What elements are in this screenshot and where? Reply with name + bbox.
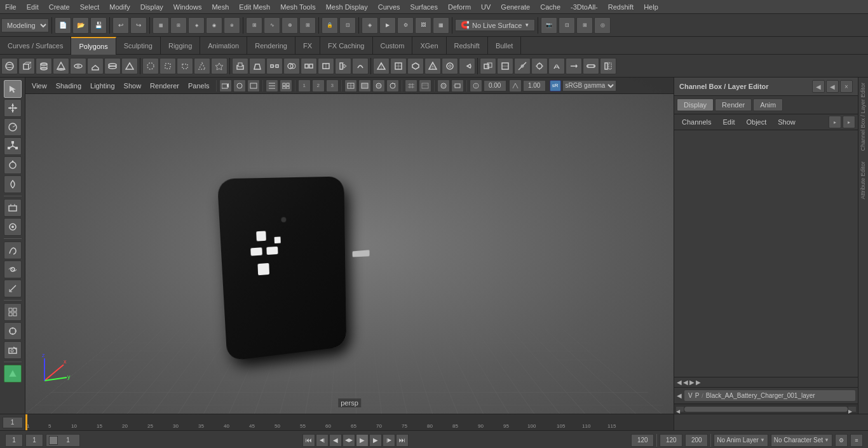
lock-btn[interactable]: 🔒 [322, 17, 338, 34]
subtab-edit[interactable]: Edit [717, 117, 740, 127]
target-weld-btn[interactable] [531, 58, 548, 74]
anim-layer-btn[interactable]: No Anim Layer ▼ [714, 434, 768, 447]
ipr-btn[interactable]: ▶ [379, 17, 396, 34]
menu-generate[interactable]: Generate [496, 2, 535, 12]
wedge-btn[interactable] [459, 58, 475, 74]
tab-anim[interactable]: Anim [753, 98, 783, 111]
frame-field3[interactable] [59, 435, 77, 446]
menu-mesh-display[interactable]: Mesh Display [321, 2, 373, 12]
nurbs-sphere-btn[interactable] [142, 58, 159, 74]
snap-settings-btn[interactable] [4, 322, 22, 340]
render-settings-btn[interactable]: ⚙ [397, 17, 414, 34]
vp-gamma-value[interactable] [523, 80, 546, 92]
triangulate-btn[interactable] [373, 58, 390, 74]
scroll-thumb[interactable] [684, 407, 848, 412]
stereo-btn[interactable]: ⊞ [576, 17, 593, 34]
menu-cache[interactable]: Cache [535, 2, 566, 12]
char-set-btn[interactable]: No Character Set ▼ [771, 434, 832, 447]
vp-lighting-menu[interactable]: Lighting [86, 81, 119, 91]
viewport-3d[interactable]: View Shading Lighting Show Renderer Pane… [25, 78, 674, 414]
channel-box-panel-tab[interactable]: Channel Box / Layer Editor [858, 78, 868, 156]
live-surface-btn[interactable]: 🧲 No Live Surface ▼ [455, 19, 535, 31]
nurbs-cylinder-btn[interactable] [177, 58, 193, 74]
snap-grid-btn[interactable]: ⊞ [246, 17, 262, 34]
layer-scroll-left-btn[interactable]: ◀ [677, 379, 682, 386]
vp-light-btn[interactable] [386, 79, 399, 92]
vp-show-menu[interactable]: Show [120, 81, 146, 91]
anim-prev-key-btn[interactable]: ◀| [316, 434, 329, 447]
cube-btn[interactable] [18, 58, 35, 74]
panel-arrow-btn[interactable]: ◀ [826, 80, 839, 93]
tab-fx-caching[interactable]: FX Caching [320, 37, 372, 55]
select-all-btn[interactable]: ⊡ [339, 17, 356, 34]
symmetry-btn[interactable] [600, 58, 616, 74]
anim-start-btn[interactable]: ⏮ [302, 434, 315, 447]
vp-camera-btn[interactable] [219, 79, 232, 92]
slide-edge-btn[interactable] [566, 58, 582, 74]
tab-animation[interactable]: Animation [200, 37, 247, 55]
scroll-left-arrow[interactable]: ◀ [675, 406, 684, 412]
sphere-btn[interactable] [1, 58, 18, 74]
render-seq-btn[interactable]: ▦ [433, 17, 449, 34]
vp-colorspace-select[interactable]: sRGB gamma [562, 80, 616, 92]
menu-file[interactable]: File [0, 2, 22, 12]
snap-point-btn[interactable]: ⊕ [281, 17, 298, 34]
paint-skin-btn[interactable] [4, 241, 22, 259]
menu-modify[interactable]: Modify [104, 2, 135, 12]
uv-layout-btn[interactable] [480, 58, 496, 74]
subtab-options-btn[interactable]: ▸ [829, 116, 841, 128]
tab-xgen[interactable]: XGen [412, 37, 446, 55]
layer-scroll-right-btn[interactable]: ▶ [689, 379, 695, 386]
tab-fx[interactable]: FX [295, 37, 320, 55]
render-btn[interactable]: ◈ [362, 17, 378, 34]
disk-btn[interactable] [104, 58, 121, 74]
xray-btn[interactable]: ◎ [594, 17, 611, 34]
combine-btn[interactable] [301, 58, 317, 74]
subtab-show[interactable]: Show [773, 117, 801, 127]
menu-edit-mesh[interactable]: Edit Mesh [234, 2, 275, 12]
menu-3dtoall[interactable]: -3DtoAll- [566, 2, 603, 12]
vp-shading-menu[interactable]: Shading [52, 81, 85, 91]
tab-polygons[interactable]: Polygons [71, 37, 116, 55]
tab-display[interactable]: Display [677, 98, 714, 111]
right-scrollbar[interactable]: ◀ ▶ [674, 404, 858, 414]
circularize-btn[interactable] [442, 58, 458, 74]
new-scene-btn[interactable]: 📄 [55, 17, 71, 34]
measure-btn[interactable] [4, 280, 22, 297]
panel-pin-btn[interactable]: ◀ [812, 80, 825, 93]
scale-tool-btn[interactable] [4, 137, 22, 155]
vp-panels-menu[interactable]: Panels [184, 81, 214, 91]
snap-curve-btn[interactable]: ∿ [264, 17, 280, 34]
menu-mesh-tools[interactable]: Mesh Tools [275, 2, 320, 12]
camera-tool-btn[interactable] [4, 341, 22, 359]
vp-toggle1-btn[interactable] [266, 79, 278, 92]
poke-btn[interactable] [424, 58, 441, 74]
sym-btn[interactable]: ⊗ [224, 17, 240, 34]
tab-rendering[interactable]: Rendering [247, 37, 295, 55]
vp-textured-btn[interactable] [372, 79, 385, 92]
scroll-right-arrow[interactable]: ▶ [848, 406, 857, 412]
anim-end-field[interactable] [631, 434, 654, 447]
rotate-tool-btn[interactable] [4, 118, 22, 136]
menu-display[interactable]: Display [135, 2, 168, 12]
tab-custom[interactable]: Custom [373, 37, 413, 55]
attribute-editor-panel-tab[interactable]: Attribute Editor [858, 156, 868, 205]
workspace-selector[interactable]: Modeling [1, 18, 49, 32]
menu-mesh[interactable]: Mesh [207, 2, 234, 12]
grid-btn[interactable] [4, 303, 22, 321]
layer-scroll-right2-btn[interactable]: ▶ [696, 379, 701, 386]
tab-redshift[interactable]: Redshift [447, 37, 488, 55]
snap-proj-btn[interactable]: ⊞ [299, 17, 316, 34]
menu-uv[interactable]: UV [476, 2, 496, 12]
last-tool-btn[interactable] [4, 199, 22, 217]
nurbs-cone-btn[interactable] [194, 58, 210, 74]
vp-camera3-btn[interactable] [247, 79, 260, 92]
plane-btn[interactable] [87, 58, 104, 74]
multi-cut-btn[interactable] [514, 58, 531, 74]
universal-manip-btn[interactable] [4, 156, 22, 174]
nurbs-cube-btn[interactable] [159, 58, 176, 74]
layer-left-btn[interactable]: ◀ [677, 392, 682, 399]
quadrangulate-btn[interactable] [390, 58, 407, 74]
anim-play-back-btn[interactable]: ◀▶ [342, 434, 355, 447]
menu-edit[interactable]: Edit [22, 2, 44, 12]
